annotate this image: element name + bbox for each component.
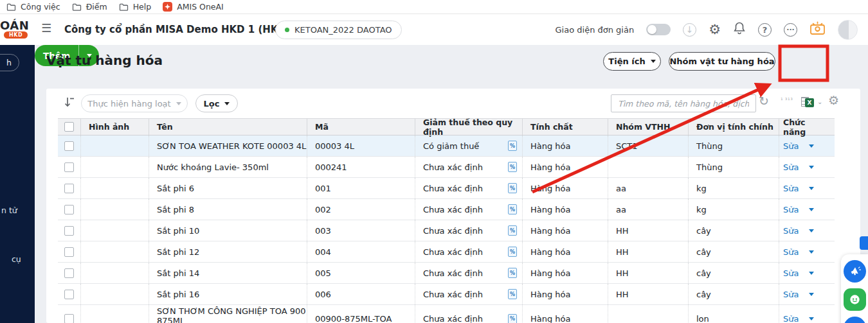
row-actions-caret-icon[interactable] <box>809 166 814 169</box>
item-type: Hàng hóa <box>522 305 608 323</box>
edit-link[interactable]: Sửa <box>783 162 799 172</box>
tax-percent-doc-icon[interactable]: % <box>508 268 517 278</box>
notification-bell-icon[interactable] <box>733 21 746 38</box>
row-actions-caret-icon[interactable] <box>809 272 814 275</box>
row-checkbox[interactable] <box>64 205 74 214</box>
database-selector[interactable]: KETOAN_2022 DAOTAO <box>275 21 402 39</box>
sort-icon[interactable] <box>63 96 76 111</box>
bookmark-folder-help[interactable]: Help <box>119 2 152 12</box>
tax-percent-doc-icon[interactable]: % <box>508 289 517 299</box>
table-row[interactable]: Nước khoáng Lavie- 350ml 000241 Chưa xác… <box>58 157 835 178</box>
table-row[interactable]: Sắt phi 12 004 Chưa xác định% Hàng hóa H… <box>58 241 835 263</box>
row-actions-caret-icon[interactable] <box>809 293 814 296</box>
table-row[interactable]: SƠN THƠM CÔNG NGHIỆP TOA 900 875ML 00900… <box>58 305 835 323</box>
col-header-image[interactable]: Hình ảnh <box>80 119 149 135</box>
excel-x-icon: X <box>805 98 814 107</box>
item-type: Hàng hóa <box>522 199 608 220</box>
table-row[interactable]: SƠN TOA WEATHER KOTE 00003 4L 00003 4L C… <box>58 135 835 157</box>
tax-percent-doc-icon[interactable]: % <box>508 314 517 323</box>
row-checkbox[interactable] <box>64 290 74 299</box>
tax-percent-doc-icon[interactable]: % <box>508 247 517 257</box>
barcode-icon[interactable]: 1 313 <box>781 97 793 101</box>
item-name: SƠN THƠM CÔNG NGHIỆP TOA 900 875ML <box>149 305 307 323</box>
tax-percent-doc-icon[interactable]: % <box>508 204 517 214</box>
tax-status: Chưa xác định <box>423 162 483 172</box>
row-checkbox[interactable] <box>64 141 74 151</box>
chat-collapsed-tab[interactable] <box>860 236 868 250</box>
edit-link[interactable]: Sửa <box>783 226 799 236</box>
edit-link[interactable]: Sửa <box>783 268 799 278</box>
sidebar-item-active[interactable]: h <box>0 54 19 71</box>
search-input[interactable] <box>611 94 756 112</box>
edit-link[interactable]: Sửa <box>783 184 799 193</box>
col-header-type[interactable]: Tính chất <box>522 119 608 135</box>
item-group-button[interactable]: Nhóm vật tư hàng hóa <box>669 52 775 71</box>
edit-link[interactable]: Sửa <box>783 290 799 299</box>
row-actions-caret-icon[interactable] <box>809 208 814 211</box>
sidebar-item-dien-tu[interactable]: n tử <box>1 205 17 215</box>
item-group <box>608 157 688 177</box>
row-checkbox[interactable] <box>64 162 74 172</box>
bookmark-folder-diem[interactable]: Điểm <box>72 2 107 12</box>
bookmark-folder-cong-viec[interactable]: Công việc <box>6 2 60 12</box>
utilities-button[interactable]: Tiện ích <box>603 52 661 71</box>
whats-new-idea-icon[interactable] <box>809 21 826 39</box>
chevron-down-icon: ⌄ <box>817 98 822 105</box>
tax-percent-doc-icon[interactable]: % <box>508 141 517 151</box>
edit-link[interactable]: Sửa <box>783 205 799 214</box>
col-header-name[interactable]: Tên <box>149 119 307 135</box>
col-header-unit[interactable]: Đơn vị tính chính <box>688 119 779 135</box>
col-header-group[interactable]: Nhóm VTHH <box>608 119 688 135</box>
user-avatar[interactable] <box>838 20 858 40</box>
chatbot-button[interactable] <box>844 288 866 311</box>
help-question-icon[interactable]: ? <box>758 23 772 37</box>
col-header-actions[interactable]: Chức năng <box>779 119 835 135</box>
row-checkbox[interactable] <box>64 184 74 193</box>
tax-percent-doc-icon[interactable]: % <box>508 183 517 193</box>
settings-gear-icon[interactable]: ⚙ <box>709 23 721 37</box>
table-row[interactable]: Sắt phi 10 003 Chưa xác định% Hàng hóa H… <box>58 220 835 241</box>
support-extra-button[interactable] <box>844 317 866 323</box>
edit-link[interactable]: Sửa <box>783 314 799 323</box>
tax-percent-doc-icon[interactable]: % <box>508 162 517 172</box>
bookmark-amis-oneai[interactable]: AMIS OneAI <box>163 2 224 12</box>
table-row[interactable]: Sắt phi 16 006 Chưa xác định% Hàng hóa H… <box>58 284 835 305</box>
download-icon[interactable]: ↓ <box>683 23 696 37</box>
item-name: Sắt phi 8 <box>149 199 307 220</box>
refresh-icon[interactable]: ↻ <box>759 95 769 107</box>
item-group <box>608 305 688 323</box>
simple-ui-toggle[interactable] <box>646 24 671 35</box>
tax-percent-doc-icon[interactable]: % <box>508 225 517 236</box>
table-row[interactable]: Sắt phi 14 005 Chưa xác định% Hàng hóa H… <box>58 263 835 284</box>
row-checkbox[interactable] <box>64 226 74 236</box>
row-checkbox[interactable] <box>64 314 74 323</box>
sidebar-item-cong-cu[interactable]: cụ <box>12 254 21 264</box>
menu-hamburger-icon[interactable]: ☰ <box>41 21 51 35</box>
table-row[interactable]: Sắt phi 6 001 Chưa xác định% Hàng hóa aa… <box>58 178 835 199</box>
more-ellipsis-icon[interactable]: ··· <box>784 23 797 37</box>
item-code: 004 <box>307 241 415 262</box>
bulk-action-button[interactable]: Thực hiện hàng loạt <box>81 94 188 112</box>
edit-link[interactable]: Sửa <box>783 141 799 151</box>
column-settings-gear-icon[interactable]: ⚙ <box>828 94 839 107</box>
row-actions-caret-icon[interactable] <box>809 144 814 148</box>
excel-export-icon[interactable]: X ⌄ <box>801 96 822 107</box>
filter-button[interactable]: Lọc <box>195 94 238 112</box>
col-header-tax[interactable]: Giảm thuế theo quy định <box>415 119 522 135</box>
row-checkbox[interactable] <box>64 247 74 257</box>
row-actions-caret-icon[interactable] <box>809 317 814 320</box>
bookmark-label: AMIS OneAI <box>177 2 224 12</box>
table-row[interactable]: Sắt phi 8 002 Chưa xác định% Hàng hóa aa… <box>58 199 835 220</box>
announcement-megaphone-button[interactable] <box>844 260 866 283</box>
item-group: aa <box>608 178 688 198</box>
item-image-cell <box>80 135 149 156</box>
row-actions-caret-icon[interactable] <box>809 187 814 190</box>
tax-status: Chưa xác định <box>423 247 483 257</box>
row-actions-caret-icon[interactable] <box>809 250 814 254</box>
bookmarks-bar: Công việc Điểm Help AMIS OneAI <box>0 0 868 14</box>
col-header-code[interactable]: Mã <box>307 119 415 135</box>
edit-link[interactable]: Sửa <box>783 247 799 257</box>
row-actions-caret-icon[interactable] <box>809 229 814 232</box>
select-all-checkbox[interactable] <box>64 122 74 132</box>
row-checkbox[interactable] <box>64 268 74 278</box>
